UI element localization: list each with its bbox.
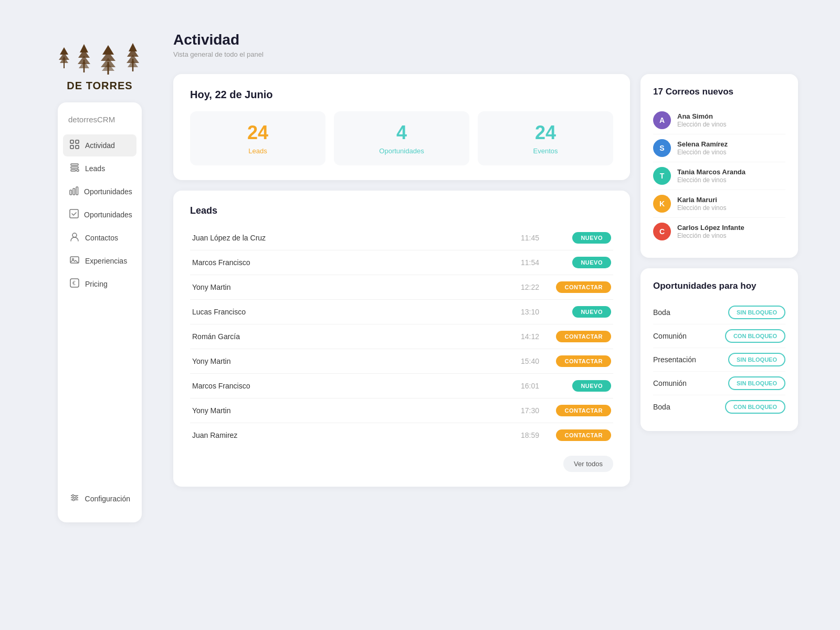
sidebar-item-contactos[interactable]: Contactos <box>63 227 136 249</box>
table-row[interactable]: Marcos Francisco 11:54 NUEVO <box>190 250 613 275</box>
sidebar-item-pricing[interactable]: € Pricing <box>63 273 136 295</box>
oport-badge: SIN BLOQUEO <box>728 376 785 390</box>
lead-badge: CONTACTAR <box>550 349 613 374</box>
lead-badge: CONTACTAR <box>550 398 613 423</box>
person-icon <box>69 232 80 244</box>
sidebar-item-experiencias[interactable]: Experiencias <box>63 250 136 272</box>
svg-text:€: € <box>72 280 76 286</box>
leads-table: Juan López de la Cruz 11:45 NUEVO Marcos… <box>190 226 613 447</box>
lead-time: 13:10 <box>519 300 550 324</box>
svg-rect-10 <box>71 170 76 171</box>
avatar: S <box>653 139 671 157</box>
status-badge: CONTACTAR <box>556 331 611 342</box>
oport-name: Presentación <box>653 355 696 364</box>
correo-subject: Elección de vinos <box>677 204 785 212</box>
config-icon <box>69 493 80 505</box>
page-title: Actividad <box>173 32 798 48</box>
leads-icon <box>69 163 80 174</box>
brand-name: DE TORRES <box>67 80 132 92</box>
sidebar-item-label: Contactos <box>85 234 118 242</box>
status-badge: CONTACTAR <box>556 405 611 416</box>
sidebar-item-oportunidades1[interactable]: Oportunidades <box>63 181 136 203</box>
sidebar: detorresCRM Actividad <box>58 102 142 522</box>
correo-item[interactable]: T Tania Marcos Aranda Elección de vinos <box>653 162 785 190</box>
lead-name: Yony Martin <box>190 275 519 300</box>
sidebar-item-actividad[interactable]: Actividad <box>63 134 136 156</box>
oport-item[interactable]: Comunión CON BLOQUEO <box>653 324 785 348</box>
oport-name: Boda <box>653 403 670 411</box>
ver-todos-button[interactable]: Ver todos <box>563 456 613 472</box>
sidebar-item-label: Oportunidades <box>84 211 132 219</box>
svg-rect-8 <box>71 164 78 165</box>
correo-info: Tania Marcos Aranda Elección de vinos <box>677 168 785 184</box>
table-row[interactable]: Yony Martin 15:40 CONTACTAR <box>190 349 613 374</box>
table-row[interactable]: Yony Martin 12:22 CONTACTAR <box>190 275 613 300</box>
table-row[interactable]: Marcos Francisco 16:01 NUEVO <box>190 374 613 398</box>
lead-time: 11:45 <box>519 226 550 250</box>
lead-badge: NUEVO <box>550 250 613 275</box>
brand-logo <box>57 42 143 75</box>
sidebar-item-oportunidades2[interactable]: Oportunidades <box>63 204 136 226</box>
stats-row: 24 Leads 4 Oportunidades 24 Eventos <box>190 111 613 165</box>
lead-badge: NUEVO <box>550 226 613 250</box>
ver-todos-row: Ver todos <box>190 456 613 472</box>
correo-subject: Elección de vinos <box>677 149 785 156</box>
oport-item[interactable]: Boda SIN BLOQUEO <box>653 301 785 324</box>
lead-name: Lucas Francisco <box>190 300 519 324</box>
oport-name: Comunión <box>653 332 687 340</box>
leads-card: Leads Juan López de la Cruz 11:45 NUEVO … <box>173 191 630 487</box>
config-label: Configuración <box>85 495 130 503</box>
correo-info: Ana Simón Elección de vinos <box>677 112 785 128</box>
avatar: A <box>653 111 671 129</box>
table-row[interactable]: Lucas Francisco 13:10 NUEVO <box>190 300 613 324</box>
bars-icon <box>69 186 79 197</box>
image-icon <box>69 255 80 267</box>
correo-info: Carlos López Infante Elección de vinos <box>677 224 785 239</box>
lead-name: Yony Martin <box>190 349 519 374</box>
oport-item[interactable]: Boda CON BLOQUEO <box>653 395 785 418</box>
content-row: Hoy, 22 de Junio 24 Leads 4 Oportunidade… <box>173 74 798 487</box>
correo-item[interactable]: A Ana Simón Elección de vinos <box>653 107 785 134</box>
svg-rect-5 <box>76 140 79 143</box>
correo-subject: Elección de vinos <box>677 121 785 128</box>
correo-item[interactable]: S Selena Ramírez Elección de vinos <box>653 134 785 162</box>
sidebar-item-config[interactable]: Configuración <box>63 488 136 510</box>
oport-name: Comunión <box>653 379 687 387</box>
correo-name: Tania Marcos Aranda <box>677 168 785 176</box>
sidebar-logo: detorresCRM <box>58 115 142 134</box>
svg-point-24 <box>72 495 74 497</box>
correos-card: 17 Correos nuevos A Ana Simón Elección d… <box>640 74 798 258</box>
oport-item[interactable]: Presentación SIN BLOQUEO <box>653 348 785 372</box>
svg-rect-9 <box>71 167 78 169</box>
sidebar-item-leads[interactable]: Leads <box>63 158 136 180</box>
svg-rect-6 <box>70 145 74 149</box>
leads-card-title: Leads <box>190 205 613 216</box>
oport-badge: CON BLOQUEO <box>725 329 785 343</box>
lead-badge: CONTACTAR <box>550 423 613 448</box>
sidebar-item-label: Actividad <box>85 141 115 150</box>
sidebar-nav: Actividad Leads <box>58 134 142 477</box>
correo-name: Ana Simón <box>677 112 785 120</box>
table-row[interactable]: Juan Ramirez 18:59 CONTACTAR <box>190 423 613 448</box>
oport-item[interactable]: Comunión SIN BLOQUEO <box>653 372 785 395</box>
table-row[interactable]: Juan López de la Cruz 11:45 NUEVO <box>190 226 613 250</box>
svg-rect-4 <box>70 140 74 143</box>
table-row[interactable]: Román García 14:12 CONTACTAR <box>190 324 613 349</box>
status-badge: CONTACTAR <box>556 281 611 293</box>
svg-point-26 <box>72 499 75 501</box>
sidebar-item-label: Leads <box>85 164 105 173</box>
lead-name: Marcos Francisco <box>190 250 519 275</box>
oport-name: Boda <box>653 308 670 317</box>
lead-badge: NUEVO <box>550 300 613 324</box>
svg-rect-15 <box>70 209 78 218</box>
sidebar-item-label: Oportunidades <box>84 187 132 196</box>
lead-time: 18:59 <box>519 423 550 448</box>
correo-subject: Elección de vinos <box>677 232 785 239</box>
svg-rect-13 <box>73 188 75 195</box>
correo-item[interactable]: K Karla Maruri Elección de vinos <box>653 190 785 218</box>
lead-badge: NUEVO <box>550 374 613 398</box>
table-row[interactable]: Yony Martin 17:30 CONTACTAR <box>190 398 613 423</box>
oport-badge: SIN BLOQUEO <box>728 306 785 319</box>
correo-item[interactable]: C Carlos López Infante Elección de vinos <box>653 218 785 245</box>
correo-name: Karla Maruri <box>677 196 785 204</box>
